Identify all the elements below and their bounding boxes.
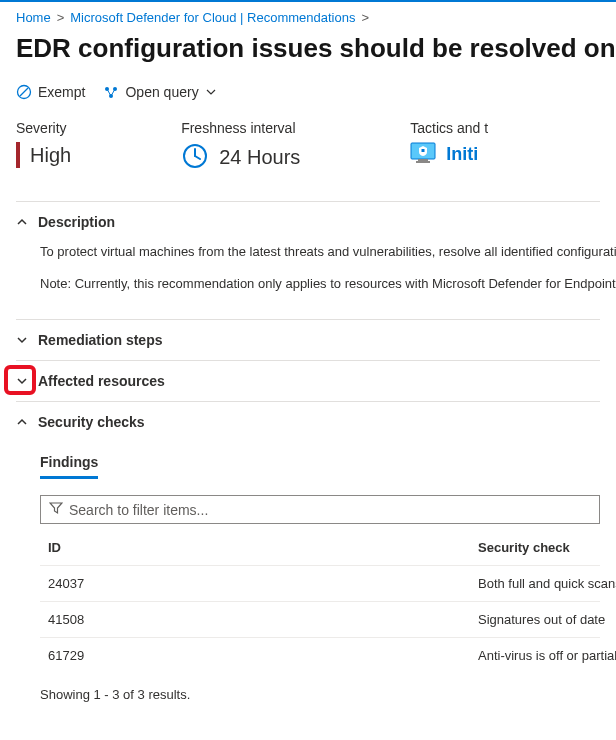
cell-id: 24037	[48, 576, 478, 591]
svg-rect-13	[422, 149, 425, 152]
tactics-metric: Tactics and t Initi	[410, 120, 488, 173]
tactics-link[interactable]: Initi	[446, 144, 478, 165]
description-header[interactable]: Description	[16, 202, 600, 242]
description-title: Description	[38, 214, 115, 230]
table-row[interactable]: 61729 Anti-virus is off or partially	[40, 637, 600, 673]
table-header: ID Security check	[40, 530, 600, 565]
monitor-shield-icon	[410, 142, 436, 167]
column-security-check[interactable]: Security check	[478, 540, 592, 555]
findings-table: ID Security check 24037 Both full and qu…	[40, 530, 600, 673]
security-checks-header[interactable]: Security checks	[16, 402, 600, 442]
remediation-header[interactable]: Remediation steps	[16, 320, 600, 360]
cell-id: 61729	[48, 648, 478, 663]
security-checks-section: Security checks	[16, 402, 600, 442]
cell-check: Both full and quick scans a	[478, 576, 616, 591]
affected-resources-section: Affected resources	[16, 361, 600, 402]
chevron-up-icon	[16, 216, 28, 228]
exempt-label: Exempt	[38, 84, 85, 100]
metrics-row: Severity High Freshness interval 24 Hour…	[0, 120, 616, 201]
open-query-button[interactable]: Open query	[103, 84, 216, 100]
freshness-metric: Freshness interval 24 Hours	[181, 120, 300, 173]
search-input[interactable]	[69, 502, 591, 518]
description-section: Description To protect virtual machines …	[16, 202, 600, 320]
toolbar: Exempt Open query	[0, 84, 616, 120]
tactics-label: Tactics and t	[410, 120, 488, 136]
security-checks-title: Security checks	[38, 414, 145, 430]
table-row[interactable]: 24037 Both full and quick scans a	[40, 565, 600, 601]
chevron-down-icon	[16, 375, 28, 387]
exempt-button[interactable]: Exempt	[16, 84, 85, 100]
severity-indicator	[16, 142, 20, 168]
open-query-label: Open query	[125, 84, 198, 100]
exempt-icon	[16, 84, 32, 100]
severity-metric: Severity High	[16, 120, 71, 173]
freshness-label: Freshness interval	[181, 120, 300, 136]
description-text-1: To protect virtual machines from the lat…	[40, 242, 600, 262]
breadcrumb-separator: >	[361, 10, 369, 25]
clock-icon	[181, 142, 209, 173]
table-row[interactable]: 41508 Signatures out of date	[40, 601, 600, 637]
severity-value: High	[30, 144, 71, 167]
svg-line-1	[20, 88, 28, 96]
chevron-down-icon	[16, 334, 28, 346]
findings-container: Findings ID Security check 24037 Both fu…	[16, 442, 600, 716]
chevron-down-icon	[205, 86, 217, 98]
page-title: EDR configuration issues should be resol…	[0, 29, 616, 84]
freshness-value: 24 Hours	[219, 146, 300, 169]
svg-line-5	[107, 89, 111, 96]
svg-line-6	[111, 89, 115, 96]
affected-resources-header[interactable]: Affected resources	[16, 361, 600, 401]
breadcrumb-separator: >	[57, 10, 65, 25]
results-count: Showing 1 - 3 of 3 results.	[40, 673, 600, 716]
search-box[interactable]	[40, 495, 600, 524]
breadcrumb-recommendations[interactable]: Microsoft Defender for Cloud | Recommend…	[70, 10, 355, 25]
filter-icon	[49, 501, 63, 518]
column-id[interactable]: ID	[48, 540, 478, 555]
remediation-section: Remediation steps	[16, 320, 600, 361]
remediation-title: Remediation steps	[38, 332, 162, 348]
svg-line-9	[195, 156, 200, 159]
description-text-2: Note: Currently, this recommendation onl…	[40, 274, 600, 294]
breadcrumb-home[interactable]: Home	[16, 10, 51, 25]
severity-label: Severity	[16, 120, 71, 136]
affected-resources-title: Affected resources	[38, 373, 165, 389]
cell-id: 41508	[48, 612, 478, 627]
query-icon	[103, 84, 119, 100]
findings-tab[interactable]: Findings	[40, 442, 98, 479]
svg-rect-11	[418, 159, 428, 161]
svg-rect-12	[416, 161, 430, 163]
description-body: To protect virtual machines from the lat…	[16, 242, 600, 319]
chevron-up-icon	[16, 416, 28, 428]
cell-check: Signatures out of date	[478, 612, 605, 627]
breadcrumb: Home > Microsoft Defender for Cloud | Re…	[0, 2, 616, 29]
cell-check: Anti-virus is off or partially	[478, 648, 616, 663]
